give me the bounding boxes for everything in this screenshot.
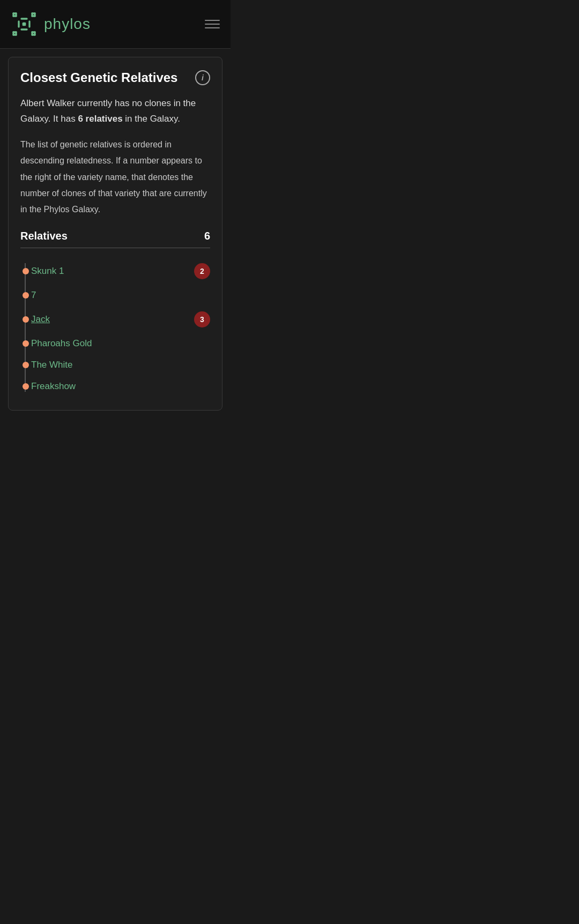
list-item: Pharoahs Gold: [31, 333, 210, 354]
svg-rect-11: [15, 31, 17, 35]
hamburger-line-1: [205, 20, 220, 21]
logo-container: phylos: [11, 11, 91, 38]
logo-icon: [11, 11, 38, 38]
clone-description: Albert Walker currently has no clones in…: [20, 96, 210, 127]
relatives-list: Skunk 1 2 7 Jack 3 Pharoahs Gold: [20, 258, 210, 397]
explanation-text: The list of genetic relatives is ordered…: [20, 137, 210, 218]
svg-rect-16: [20, 18, 27, 19]
relatives-count-bold: 6 relatives: [78, 114, 122, 124]
svg-rect-15: [34, 31, 35, 35]
list-item: Freakshow: [31, 376, 210, 397]
relatives-total-count: 6: [204, 230, 210, 242]
description-text-2: in the Galaxy.: [123, 114, 180, 124]
card-header: Closest Genetic Relatives i: [20, 70, 210, 85]
timeline-dot: [23, 383, 29, 390]
timeline-dot: [23, 340, 29, 347]
svg-rect-6: [31, 12, 33, 17]
info-icon-label: i: [202, 73, 204, 82]
relative-item-left: Jack: [31, 314, 50, 325]
hamburger-line-3: [205, 27, 220, 28]
svg-rect-19: [28, 20, 30, 27]
card-title: Closest Genetic Relatives: [20, 70, 177, 85]
timeline-dot: [23, 292, 29, 299]
timeline-dot: [23, 316, 29, 323]
list-item: Skunk 1 2: [31, 258, 210, 285]
app-header: phylos: [0, 0, 231, 49]
relative-item-left: The White: [31, 360, 72, 370]
hamburger-menu-button[interactable]: [205, 20, 220, 28]
relative-item-left: Skunk 1: [31, 266, 64, 277]
clone-count-badge: 2: [194, 263, 210, 279]
relative-item-left: Freakshow: [31, 381, 76, 392]
svg-rect-2: [12, 12, 14, 17]
svg-rect-3: [15, 12, 17, 17]
list-item: Jack 3: [31, 306, 210, 333]
relative-item-left: 7: [31, 290, 36, 301]
info-icon-button[interactable]: i: [195, 70, 210, 85]
timeline-dot: [23, 362, 29, 368]
relative-name[interactable]: Pharoahs Gold: [31, 338, 92, 349]
relative-name[interactable]: Skunk 1: [31, 266, 64, 277]
relative-name[interactable]: Freakshow: [31, 381, 76, 392]
relative-item-left: Pharoahs Gold: [31, 338, 92, 349]
relatives-label: Relatives: [20, 230, 68, 242]
relative-name[interactable]: Jack: [31, 314, 50, 325]
list-item: 7: [31, 285, 210, 306]
svg-rect-14: [31, 31, 33, 35]
timeline-line: [25, 263, 26, 392]
svg-rect-10: [12, 31, 14, 35]
hamburger-line-2: [205, 24, 220, 25]
relatives-section-header: Relatives 6: [20, 230, 210, 248]
svg-rect-20: [23, 23, 26, 26]
closest-relatives-card: Closest Genetic Relatives i Albert Walke…: [8, 57, 222, 411]
logo-text: phylos: [44, 16, 91, 33]
timeline-dot: [23, 268, 29, 274]
relative-score: 7: [31, 290, 36, 301]
svg-rect-7: [34, 12, 35, 17]
svg-rect-17: [20, 28, 27, 30]
clone-count-badge: 3: [194, 311, 210, 327]
relative-name[interactable]: The White: [31, 360, 72, 370]
list-item: The White: [31, 354, 210, 376]
svg-rect-18: [18, 20, 19, 27]
